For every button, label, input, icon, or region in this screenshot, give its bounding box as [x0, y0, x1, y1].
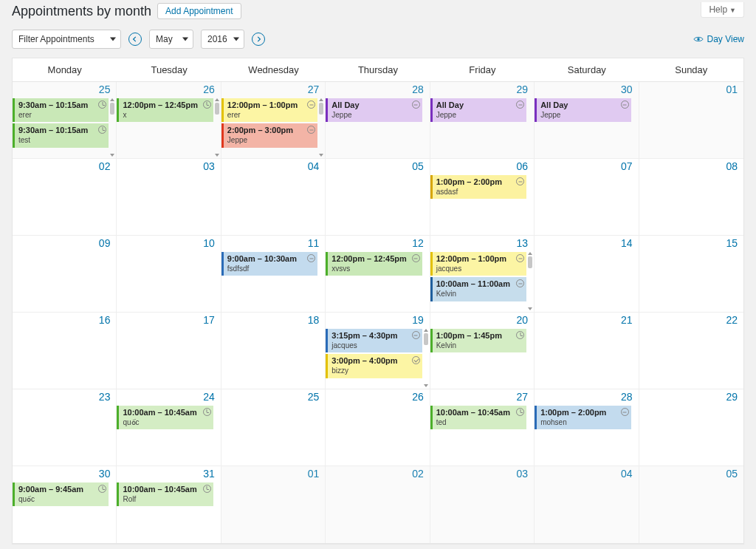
calendar-cell[interactable]: 23	[13, 389, 117, 466]
appointment-event[interactable]: 1:00pm – 1:45pmKelvin	[430, 329, 526, 352]
calendar-cell[interactable]: 281:00pm – 2:00pmmohsen	[535, 389, 639, 466]
day-number[interactable]: 06	[517, 160, 529, 172]
calendar-cell[interactable]: 04	[535, 466, 639, 543]
calendar-cell[interactable]: 119:00am – 10:30amfsdfsdf	[221, 236, 326, 313]
day-number[interactable]: 04	[621, 468, 633, 480]
appointment-event[interactable]: 12:00pm – 1:00pmjacques	[430, 252, 526, 276]
calendar-cell[interactable]: 05	[639, 466, 743, 543]
calendar-cell[interactable]: 05	[326, 159, 430, 236]
cell-scrollbar[interactable]	[318, 98, 324, 157]
day-number[interactable]: 28	[621, 391, 633, 403]
day-number[interactable]: 27	[308, 83, 320, 95]
day-number[interactable]: 17	[203, 314, 215, 326]
calendar-cell[interactable]: 02	[13, 159, 117, 236]
calendar-cell[interactable]: 01	[221, 466, 326, 543]
day-number[interactable]: 03	[517, 468, 529, 480]
add-appointment-button[interactable]: Add Appointment	[157, 3, 241, 19]
calendar-cell[interactable]: 259:30am – 10:15amerer9:30am – 10:15amte…	[13, 82, 117, 159]
cell-scrollbar[interactable]	[527, 252, 533, 310]
calendar-cell[interactable]: 29	[639, 389, 743, 466]
appointment-event[interactable]: 2:00pm – 3:00pmJeppe	[221, 123, 317, 147]
calendar-cell[interactable]: 03	[430, 466, 535, 543]
calendar-cell[interactable]: 02	[326, 466, 430, 543]
appointment-event[interactable]: 9:30am – 10:15amtest	[13, 123, 109, 147]
appointment-event[interactable]: 1:00pm – 2:00pmasdasf	[430, 175, 526, 199]
appointment-event[interactable]: All DayJeppe	[535, 98, 630, 122]
calendar-cell[interactable]: 04	[221, 159, 326, 236]
calendar-cell[interactable]: 309:00am – 9:45amquốc	[13, 466, 117, 543]
day-number[interactable]: 07	[621, 160, 633, 172]
day-number[interactable]: 24	[203, 391, 215, 403]
filter-appointments-select[interactable]: Filter Appointments	[12, 30, 121, 49]
day-number[interactable]: 12	[412, 237, 424, 249]
help-tab[interactable]: Help▼	[701, 2, 744, 18]
scroll-thumb[interactable]	[528, 256, 532, 268]
calendar-cell[interactable]: 21	[535, 313, 639, 389]
day-number[interactable]: 01	[308, 468, 320, 480]
calendar-cell[interactable]: 2612:00pm – 12:45pmx	[117, 82, 221, 159]
scroll-thumb[interactable]	[424, 333, 428, 345]
calendar-cell[interactable]: 1312:00pm – 1:00pmjacques10:00am – 11:00…	[430, 236, 535, 313]
day-number[interactable]: 02	[412, 468, 424, 480]
appointment-event[interactable]: 10:00am – 11:00amKelvin	[430, 277, 526, 301]
day-number[interactable]: 25	[308, 391, 320, 403]
day-number[interactable]: 05	[412, 160, 424, 172]
calendar-cell[interactable]: 09	[13, 236, 117, 313]
day-number[interactable]: 26	[203, 83, 215, 95]
day-number[interactable]: 26	[412, 391, 424, 403]
calendar-cell[interactable]: 3110:00am – 10:45amRolf	[117, 466, 221, 543]
year-select[interactable]: 2016	[201, 30, 244, 49]
day-number[interactable]: 10	[203, 237, 215, 249]
day-number[interactable]: 15	[726, 237, 738, 249]
calendar-cell[interactable]: 10	[117, 236, 221, 313]
calendar-cell[interactable]: 22	[639, 313, 743, 389]
appointment-event[interactable]: 1:00pm – 2:00pmmohsen	[535, 406, 630, 429]
calendar-cell[interactable]: 201:00pm – 1:45pmKelvin	[430, 313, 535, 389]
calendar-cell[interactable]: 18	[221, 313, 326, 389]
day-number[interactable]: 02	[99, 160, 111, 172]
appointment-event[interactable]: All DayJeppe	[430, 98, 526, 122]
appointment-event[interactable]: All DayJeppe	[326, 98, 422, 122]
calendar-cell[interactable]: 061:00pm – 2:00pmasdasf	[430, 159, 535, 236]
day-number[interactable]: 08	[726, 160, 738, 172]
appointment-event[interactable]: 9:00am – 9:45amquốc	[13, 482, 109, 506]
calendar-cell[interactable]: 01	[639, 82, 743, 159]
calendar-cell[interactable]: 03	[117, 159, 221, 236]
cell-scrollbar[interactable]	[109, 98, 115, 157]
appointment-event[interactable]: 3:00pm – 4:00pmbizzy	[326, 354, 422, 378]
day-number[interactable]: 03	[203, 160, 215, 172]
appointment-event[interactable]: 10:00am – 10:45amRolf	[117, 482, 213, 506]
appointment-event[interactable]: 3:15pm – 4:30pmjacques	[326, 329, 422, 352]
calendar-cell[interactable]: 1212:00pm – 12:45pmxvsvs	[326, 236, 430, 313]
day-number[interactable]: 04	[308, 160, 320, 172]
day-number[interactable]: 30	[99, 468, 111, 480]
cell-scrollbar[interactable]	[423, 329, 429, 387]
calendar-cell[interactable]: 15	[639, 236, 743, 313]
prev-month-button[interactable]	[128, 33, 142, 46]
calendar-cell[interactable]: 28All DayJeppe	[326, 82, 430, 159]
calendar-cell[interactable]: 2710:00am – 10:45amted	[430, 389, 535, 466]
appointment-event[interactable]: 10:00am – 10:45amted	[430, 406, 526, 429]
day-number[interactable]: 27	[517, 391, 529, 403]
scroll-thumb[interactable]	[319, 103, 323, 115]
calendar-cell[interactable]: 26	[326, 389, 430, 466]
day-number[interactable]: 14	[621, 237, 633, 249]
day-view-link[interactable]: Day View	[693, 34, 744, 44]
day-number[interactable]: 18	[308, 314, 320, 326]
day-number[interactable]: 22	[726, 314, 738, 326]
day-number[interactable]: 30	[621, 83, 633, 95]
calendar-cell[interactable]: 16	[13, 313, 117, 389]
day-number[interactable]: 31	[203, 468, 215, 480]
appointment-event[interactable]: 12:00pm – 12:45pmx	[117, 98, 213, 122]
day-number[interactable]: 29	[517, 83, 529, 95]
calendar-cell[interactable]: 08	[639, 159, 743, 236]
appointment-event[interactable]: 9:00am – 10:30amfsdfsdf	[221, 252, 317, 276]
calendar-cell[interactable]: 30All DayJeppe	[535, 82, 639, 159]
cell-scrollbar[interactable]	[214, 98, 220, 157]
calendar-cell[interactable]: 2410:00am – 10:45amquốc	[117, 389, 221, 466]
calendar-cell[interactable]: 29All DayJeppe	[430, 82, 535, 159]
appointment-event[interactable]: 12:00pm – 1:00pmerer	[221, 98, 317, 122]
day-number[interactable]: 16	[99, 314, 111, 326]
day-number[interactable]: 01	[726, 83, 738, 95]
appointment-event[interactable]: 12:00pm – 12:45pmxvsvs	[326, 252, 422, 276]
